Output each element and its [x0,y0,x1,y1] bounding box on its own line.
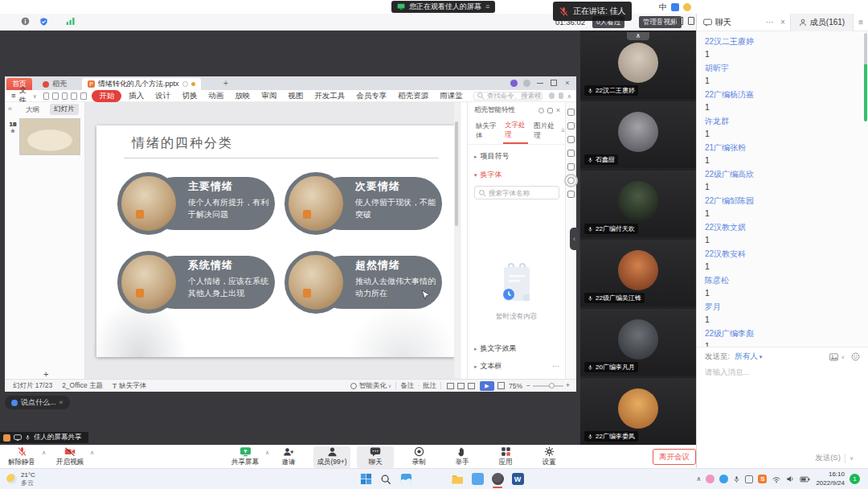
wifi-icon[interactable] [772,475,781,483]
popout-icon[interactable] [688,17,694,25]
toolbar-button[interactable]: 解除静音 ∧ [3,446,40,468]
toolbar-button[interactable]: 举手 ∧ [444,446,481,468]
slide-thumbnail-preview[interactable] [19,118,80,155]
screenshot-icon[interactable] [829,353,838,361]
new-tab-button[interactable]: + [223,80,228,88]
panel-layout-icon[interactable]: ≡ [858,18,863,27]
ribbon-menu-item[interactable]: 插入 [123,91,149,101]
ribbon-menu-item[interactable]: 审阅 [256,91,282,101]
minimize-button[interactable] [536,79,544,87]
zoom-in-button[interactable]: + [566,382,570,389]
notes-button[interactable]: 备注 [400,381,414,391]
toolbar-button[interactable]: 应用 ∧ [487,446,524,468]
command-search-input[interactable] [487,92,541,100]
info-icon[interactable] [21,17,30,26]
collapse-pill-icon[interactable]: « [59,399,63,406]
leave-meeting-button[interactable]: 离开会议 [653,449,696,465]
ribbon-menu-item[interactable]: 开始 [92,90,121,102]
toolbar-button[interactable]: 录制 ∧ [400,446,437,468]
say-something-pill[interactable]: 说点什么... « [5,396,70,409]
video-tile[interactable]: ∧ 22广编付天欢 [580,171,696,237]
beautify-button[interactable]: 智能美化 [359,381,387,391]
slide-thumbnail[interactable]: 19 [5,118,85,156]
toolbar-button[interactable]: 设置 ∧ [530,446,567,468]
toolbar-button[interactable]: 开启视频 ∧ [51,446,88,468]
sync-tray-icon[interactable] [719,475,728,483]
ribbon-menu-item[interactable]: 切换 [176,91,203,101]
panel-tool-icon[interactable] [567,136,575,143]
panel-tool-icon[interactable] [567,109,575,116]
sogou-icon[interactable]: S [758,475,767,483]
ribbon-menu-item[interactable]: 放映 [229,91,256,101]
font-search[interactable] [474,186,559,199]
panel-tab[interactable]: 图片处理 [532,119,557,143]
toolbar-button[interactable]: 成员(99+) ∧ [313,446,350,468]
toolbar-button[interactable]: 聊天 ∧ [357,446,394,468]
share-icon[interactable] [559,92,563,99]
widgets-button[interactable] [397,471,415,488]
close-panel-icon[interactable]: × [556,107,560,114]
scrollbar-thumb[interactable] [455,121,458,226]
zoom-slider-knob[interactable] [549,383,555,388]
chat-close-icon[interactable]: × [780,18,785,27]
weather-widget[interactable]: 21°C 多云 [6,471,35,487]
fullscreen-icon[interactable] [675,17,683,25]
ribbon-menu-item[interactable]: 动画 [203,91,229,101]
save-icon[interactable] [43,92,50,100]
clock[interactable]: 16:10 2022/9/24 [816,471,845,487]
collapse-ribbon-icon[interactable]: ∧ [567,93,571,99]
message-icon[interactable] [549,92,554,99]
banner-menu-icon[interactable]: ≡ [485,3,489,10]
slide[interactable]: 情绪的四种分类 主要情绪 使个人有所提升，有利于解决问题 [96,125,455,357]
skin-icon[interactable] [523,80,530,87]
command-search[interactable] [473,92,542,101]
tab-slides[interactable]: 幻灯片 [50,104,79,115]
video-strip-handle[interactable]: ‹ [570,228,579,250]
tray-tool-icon[interactable] [683,3,691,11]
word-icon[interactable]: W [509,471,526,488]
emotion-pill[interactable]: 主要情绪 使个人有所提升，有利于解决问题 [117,172,275,235]
canvas-scrollbar[interactable] [454,102,460,379]
tab-members[interactable]: 成员(161) [790,14,854,31]
video-tile[interactable]: ∧ 22级广编吴江锋 [580,240,696,306]
tab-docer[interactable]: 稻壳 [37,78,72,90]
tab-outline[interactable]: 大纲 [26,105,39,115]
video-tile[interactable]: ∧ 20广编李凡月 [580,309,696,376]
ribbon-menu-item[interactable]: 设计 [149,91,176,101]
textbox-more-icon[interactable]: ⋯ [552,363,559,370]
tab-document[interactable]: P 情绪转化的几个方法.pptx [82,78,201,90]
panel-tool-icon[interactable] [567,122,575,129]
section-text-effect[interactable]: ▸ 换文字效果 [468,343,517,354]
normal-view-icon[interactable] [447,383,454,389]
comments-button[interactable]: 批注 [423,381,436,391]
send-to-select[interactable]: 所有人 [735,351,758,362]
panel-tool-icon[interactable] [567,163,575,171]
gear-icon[interactable] [538,108,544,113]
emoji-icon[interactable] [851,352,860,361]
chat-more-icon[interactable]: ⋯ [766,18,774,27]
video-tile[interactable]: ∧ 22广编李委凤 [580,378,696,445]
mic-tray-icon[interactable] [733,475,740,483]
add-slide-button[interactable]: + [43,370,48,379]
section-textbox[interactable]: ▸文本框 ⋯ [468,361,559,372]
play-button[interactable]: ▶ [480,381,494,391]
notification-badge[interactable]: 1 [850,474,860,484]
chat-scrollbar[interactable] [864,33,867,121]
video-tile[interactable]: ∧ 22汉二王赓婷 [580,32,696,99]
output-icon[interactable] [52,92,59,100]
tab-chat[interactable]: 聊天 [715,17,731,28]
undo-icon[interactable] [71,92,77,100]
collapse-panel-icon[interactable]: « [8,105,12,113]
send-options-icon[interactable]: ∨ [850,455,854,461]
ribbon-menu-item[interactable]: 稻壳资源 [392,91,434,101]
chat-message-list[interactable]: 22汉二王赓婷 1 胡昕宇 1 22广编杨汸嘉 1 许龙群 1 21广编张粉 1 [697,31,868,347]
tray-expand-icon[interactable]: ∧ [697,476,702,483]
hamburger-icon[interactable]: ≡ [11,92,16,100]
network-signal-icon[interactable] [66,17,76,26]
print-icon[interactable] [62,92,68,100]
panel-tool-icon-active[interactable] [567,177,575,184]
shield-icon[interactable] [39,17,48,27]
ribbon-menu-item[interactable]: 会员专享 [350,91,392,101]
zoom-slider[interactable] [533,385,563,387]
zoom-out-button[interactable]: − [526,382,530,389]
